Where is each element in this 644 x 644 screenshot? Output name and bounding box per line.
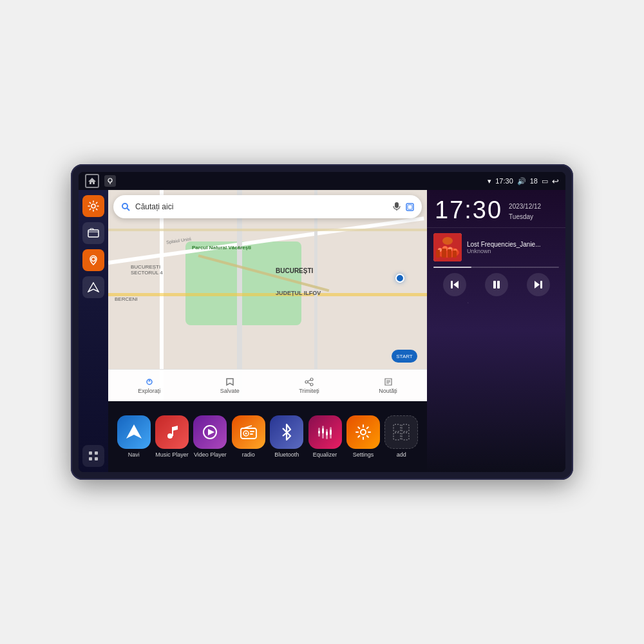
google-maps-icon bbox=[121, 202, 130, 211]
progress-bar[interactable] bbox=[433, 267, 559, 268]
device-screen: ▾ 17:30 🔊 18 ▭ ↩ bbox=[79, 172, 565, 472]
map-start-btn[interactable]: START bbox=[392, 350, 417, 363]
map-road-4 bbox=[108, 293, 427, 296]
music-artist: Unknown bbox=[467, 248, 559, 254]
svg-rect-34 bbox=[250, 431, 254, 432]
app-item-navi[interactable]: Navi bbox=[117, 415, 151, 458]
svg-point-21 bbox=[310, 383, 313, 386]
map-nav-share[interactable]: Trimiteți bbox=[299, 377, 319, 394]
app-label-1: Music Player bbox=[155, 451, 189, 458]
music-section: Lost Frequencies_Janie... Unknown bbox=[427, 228, 565, 472]
app-label-5: Equalizer bbox=[313, 451, 337, 458]
svg-rect-37 bbox=[318, 431, 320, 433]
svg-rect-39 bbox=[322, 428, 324, 433]
back-icon[interactable]: ↩ bbox=[552, 176, 559, 186]
sidebar-settings-btn[interactable] bbox=[82, 195, 104, 217]
svg-line-23 bbox=[308, 383, 310, 384]
map-label-ilfov: JUDEȚUL ILFOV bbox=[276, 290, 321, 296]
prev-button[interactable] bbox=[443, 273, 466, 296]
app-label-3: radio bbox=[242, 451, 255, 458]
map-nav-explore[interactable]: Explorați bbox=[138, 377, 160, 394]
app-item-music-player[interactable]: Music Player bbox=[155, 415, 189, 458]
app-item-equalizer[interactable]: Equalizer bbox=[308, 415, 342, 458]
clock-time: 17:30 bbox=[435, 198, 502, 222]
home-button[interactable] bbox=[85, 174, 99, 188]
svg-rect-16 bbox=[408, 205, 412, 209]
svg-point-28 bbox=[167, 433, 173, 439]
map-nav-news[interactable]: Noutăți bbox=[379, 377, 397, 394]
app-icon-3 bbox=[232, 415, 265, 449]
app-item-radio[interactable]: radio bbox=[232, 415, 265, 458]
mic-icon[interactable] bbox=[393, 202, 401, 211]
app-icon-1 bbox=[155, 415, 189, 449]
right-panel: 17:30 2023/12/12 Tuesday bbox=[427, 190, 565, 472]
clock-status: 17:30 bbox=[495, 177, 513, 185]
svg-rect-45 bbox=[393, 424, 401, 431]
sidebar-files-btn[interactable] bbox=[82, 222, 104, 244]
app-icon-4 bbox=[270, 415, 303, 449]
app-icon-6 bbox=[346, 415, 380, 449]
svg-marker-60 bbox=[453, 281, 459, 289]
app-label-2: Video Player bbox=[194, 451, 227, 458]
next-button[interactable] bbox=[527, 273, 550, 296]
map-label-buc: BUCUREȘTI bbox=[276, 267, 313, 274]
svg-point-3 bbox=[91, 204, 95, 208]
svg-marker-6 bbox=[88, 283, 99, 292]
wifi-icon: ▾ bbox=[488, 177, 491, 185]
music-controls bbox=[433, 273, 559, 296]
map-area[interactable]: Pizza & Bakery AXIS PremiumMobility - Su… bbox=[108, 190, 427, 401]
svg-rect-43 bbox=[330, 430, 332, 435]
app-icon-7 bbox=[384, 415, 418, 449]
app-item-add[interactable]: add bbox=[384, 415, 418, 458]
svg-rect-62 bbox=[493, 281, 496, 289]
svg-rect-61 bbox=[451, 281, 453, 289]
map-search-text[interactable]: Căutați aici bbox=[135, 202, 388, 211]
svg-point-19 bbox=[310, 378, 313, 381]
svg-point-11 bbox=[122, 204, 128, 209]
svg-rect-55 bbox=[436, 250, 440, 258]
map-search-bar[interactable]: Căutați aici bbox=[113, 195, 422, 218]
sidebar-map-btn[interactable] bbox=[82, 249, 104, 271]
album-art bbox=[433, 233, 462, 261]
svg-rect-56 bbox=[442, 249, 446, 258]
map-mock: Pizza & Bakery AXIS PremiumMobility - Su… bbox=[108, 190, 427, 401]
app-label-7: add bbox=[397, 451, 406, 458]
svg-point-44 bbox=[361, 430, 366, 435]
app-item-video-player[interactable]: Video Player bbox=[193, 415, 227, 458]
center-content: Pizza & Bakery AXIS PremiumMobility - Su… bbox=[108, 190, 427, 472]
status-right: ▾ 17:30 🔊 18 ▭ ↩ bbox=[488, 176, 559, 186]
clock-section: 17:30 2023/12/12 Tuesday bbox=[427, 190, 565, 228]
map-nav-saved[interactable]: Salvate bbox=[220, 377, 240, 394]
svg-rect-63 bbox=[497, 281, 500, 289]
map-status-icon[interactable] bbox=[104, 175, 116, 187]
status-left bbox=[85, 174, 116, 188]
app-icon-2 bbox=[193, 415, 227, 449]
app-item-bluetooth[interactable]: Bluetooth bbox=[270, 415, 303, 458]
app-label-4: Bluetooth bbox=[274, 451, 299, 458]
svg-rect-10 bbox=[95, 457, 98, 460]
svg-point-59 bbox=[442, 237, 453, 245]
svg-rect-7 bbox=[89, 451, 92, 455]
map-location-dot bbox=[395, 274, 404, 283]
svg-rect-13 bbox=[395, 202, 399, 208]
svg-rect-57 bbox=[448, 249, 451, 258]
svg-rect-9 bbox=[89, 457, 92, 460]
main-area: Pizza & Bakery AXIS PremiumMobility - Su… bbox=[79, 190, 565, 472]
svg-rect-58 bbox=[453, 251, 457, 258]
music-info: Lost Frequencies_Janie... Unknown bbox=[433, 233, 559, 261]
map-park bbox=[185, 242, 301, 325]
pause-button[interactable] bbox=[485, 273, 508, 296]
svg-rect-48 bbox=[402, 433, 409, 440]
svg-line-22 bbox=[308, 380, 310, 381]
app-label-6: Settings bbox=[353, 451, 374, 458]
map-label-parc: Parcul Natural Văcărești bbox=[192, 245, 251, 251]
svg-rect-35 bbox=[250, 433, 253, 435]
app-item-settings[interactable]: Settings bbox=[346, 415, 380, 458]
sidebar-nav-btn[interactable] bbox=[82, 276, 104, 298]
layers-icon[interactable] bbox=[406, 203, 414, 211]
map-bottom-nav: Explorați Salvate Trimiteți bbox=[108, 369, 427, 401]
svg-marker-64 bbox=[535, 281, 540, 289]
sidebar-grid-btn[interactable] bbox=[82, 445, 104, 467]
map-label-berceni: BERCENI bbox=[115, 296, 138, 302]
svg-point-1 bbox=[108, 178, 112, 182]
